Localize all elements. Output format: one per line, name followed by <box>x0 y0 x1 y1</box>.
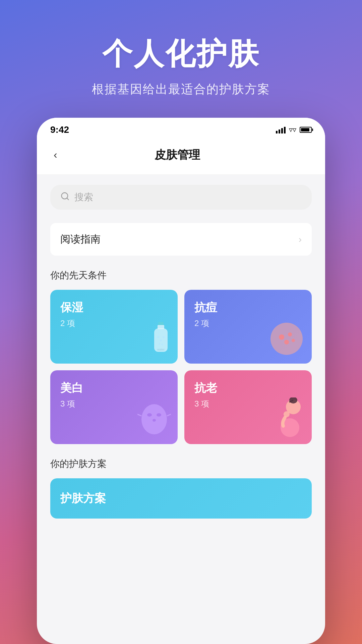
svg-text:water: water <box>157 348 165 351</box>
page-title: 皮肤管理 <box>61 147 294 163</box>
hero-section: 个人化护肤 根据基因给出最适合的护肤方案 <box>0 0 362 118</box>
hero-subtitle: 根据基因给出最适合的护肤方案 <box>92 81 270 98</box>
card-acne-title: 抗痘 <box>194 300 302 315</box>
back-button[interactable]: ‹ <box>50 145 61 164</box>
conditions-label: 你的先天条件 <box>50 269 312 282</box>
cards-grid: 保湿 2 项 <box>50 290 312 444</box>
svg-point-7 <box>163 336 165 338</box>
svg-point-26 <box>284 411 290 417</box>
svg-line-1 <box>67 198 68 200</box>
card-moisturize[interactable]: 保湿 2 项 <box>50 290 178 364</box>
card-whitening-count: 3 项 <box>60 398 168 409</box>
svg-point-9 <box>162 344 163 345</box>
svg-point-5 <box>157 336 159 338</box>
status-icons: ▿▿ <box>276 125 312 134</box>
card-whitening[interactable]: 美白 3 项 <box>50 370 178 444</box>
svg-point-18 <box>157 413 161 417</box>
chevron-right-icon: › <box>299 234 302 245</box>
search-bar[interactable]: 搜索 <box>50 185 312 210</box>
card-whitening-title: 美白 <box>60 380 168 396</box>
svg-line-20 <box>137 414 141 416</box>
search-icon <box>60 192 70 203</box>
skincare-plan-card[interactable]: 护肤方案 <box>50 478 312 519</box>
svg-point-15 <box>292 339 295 342</box>
content-area: 搜索 阅读指南 › 你的先天条件 保湿 2 项 <box>37 175 325 529</box>
card-acne-count: 2 项 <box>194 318 302 329</box>
search-placeholder: 搜索 <box>74 191 93 204</box>
svg-line-21 <box>167 414 171 416</box>
plan-section-label: 你的护肤方案 <box>50 458 312 470</box>
signal-icon <box>276 126 286 133</box>
skincare-plan-title: 护肤方案 <box>60 491 106 506</box>
status-time: 9:42 <box>50 124 69 135</box>
status-bar: 9:42 ▿▿ <box>37 118 325 139</box>
nav-bar: ‹ 皮肤管理 <box>37 139 325 175</box>
battery-icon <box>300 127 312 133</box>
card-antiaging-title: 抗老 <box>194 380 302 396</box>
svg-point-12 <box>279 334 284 340</box>
card-antiaging[interactable]: 抗老 3 项 <box>184 370 312 444</box>
svg-point-19 <box>153 419 156 422</box>
card-moisturize-title: 保湿 <box>60 300 168 315</box>
phone-mockup: 9:42 ▿▿ ‹ 皮肤管理 <box>37 118 325 644</box>
wifi-icon: ▿▿ <box>289 125 296 134</box>
svg-point-8 <box>159 343 161 345</box>
svg-point-6 <box>160 339 162 341</box>
hero-title: 个人化护肤 <box>102 34 260 74</box>
svg-point-13 <box>288 332 292 336</box>
svg-point-17 <box>147 413 152 417</box>
card-moisturize-count: 2 项 <box>60 318 168 329</box>
guide-label: 阅读指南 <box>60 232 299 246</box>
guide-row[interactable]: 阅读指南 › <box>50 223 312 256</box>
card-antiaging-count: 3 项 <box>194 398 302 409</box>
svg-point-14 <box>284 340 289 344</box>
card-acne[interactable]: 抗痘 2 项 <box>184 290 312 364</box>
